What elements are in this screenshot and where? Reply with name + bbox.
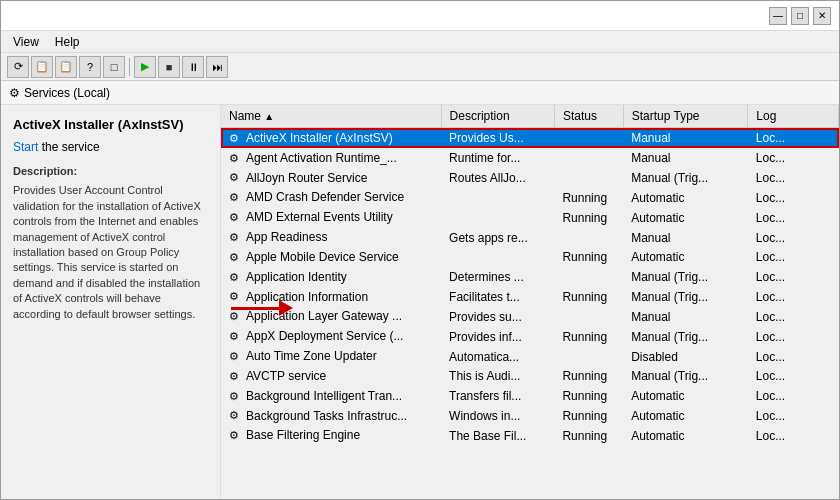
col-header-description[interactable]: Description bbox=[441, 105, 554, 128]
service-title: ActiveX Installer (AxInstSV) bbox=[13, 117, 208, 132]
service-status-cell bbox=[554, 128, 623, 148]
service-gear-icon: ⚙ bbox=[229, 350, 243, 364]
service-desc-cell: Provides Us... bbox=[441, 128, 554, 148]
service-logon-cell: Loc... bbox=[748, 128, 839, 148]
table-row[interactable]: ⚙Base Filtering EngineThe Base Fil...Run… bbox=[221, 426, 839, 446]
service-logon-cell: Loc... bbox=[748, 267, 839, 287]
service-gear-icon: ⚙ bbox=[229, 390, 243, 404]
service-gear-icon: ⚙ bbox=[229, 409, 243, 423]
col-header-startup[interactable]: Startup Type bbox=[623, 105, 748, 128]
toolbar-paste[interactable]: 📋 bbox=[55, 56, 77, 78]
service-status-cell: Running bbox=[554, 188, 623, 208]
table-row[interactable]: ⚙Application Layer Gateway ...Provides s… bbox=[221, 307, 839, 327]
toolbar-properties[interactable]: □ bbox=[103, 56, 125, 78]
service-startup-cell: Automatic bbox=[623, 426, 748, 446]
service-startup-cell: Manual (Trig... bbox=[623, 287, 748, 307]
service-name-cell: ⚙Background Tasks Infrastruc... bbox=[221, 406, 441, 426]
service-startup-cell: Manual bbox=[623, 128, 748, 148]
toolbar-refresh[interactable]: ⟳ bbox=[7, 56, 29, 78]
service-gear-icon: ⚙ bbox=[229, 152, 243, 166]
service-desc-cell: Runtime for... bbox=[441, 148, 554, 168]
main-window: — □ ✕ View Help ⟳ 📋 📋 ? □ ▶ ■ ⏸ ⏭ ⚙ Serv… bbox=[0, 0, 840, 500]
service-desc-cell bbox=[441, 247, 554, 267]
service-gear-icon: ⚙ bbox=[229, 191, 243, 205]
toolbar-pause[interactable]: ⏸ bbox=[182, 56, 204, 78]
toolbar-help[interactable]: ? bbox=[79, 56, 101, 78]
service-startup-cell: Automatic bbox=[623, 247, 748, 267]
service-startup-cell: Manual (Trig... bbox=[623, 327, 748, 347]
service-status-cell bbox=[554, 148, 623, 168]
service-name-cell: ⚙App Readiness bbox=[221, 228, 441, 248]
col-header-name[interactable]: Name ▲ bbox=[221, 105, 441, 128]
service-logon-cell: Loc... bbox=[748, 188, 839, 208]
description-heading: Description: bbox=[13, 164, 208, 179]
close-button[interactable]: ✕ bbox=[813, 7, 831, 25]
table-row[interactable]: ⚙Apple Mobile Device ServiceRunningAutom… bbox=[221, 247, 839, 267]
table-row[interactable]: ⚙Application InformationFacilitates t...… bbox=[221, 287, 839, 307]
service-status-cell bbox=[554, 307, 623, 327]
service-startup-cell: Disabled bbox=[623, 347, 748, 367]
service-status-cell: Running bbox=[554, 406, 623, 426]
service-status-cell: Running bbox=[554, 386, 623, 406]
menu-view[interactable]: View bbox=[5, 33, 47, 51]
col-header-logon[interactable]: Log bbox=[748, 105, 839, 128]
table-row[interactable]: ⚙Background Tasks Infrastruc...Windows i… bbox=[221, 406, 839, 426]
service-desc-cell: Facilitates t... bbox=[441, 287, 554, 307]
service-status-cell: Running bbox=[554, 366, 623, 386]
start-link[interactable]: Start bbox=[13, 140, 38, 154]
service-startup-cell: Automatic bbox=[623, 406, 748, 426]
services-icon: ⚙ bbox=[9, 86, 20, 100]
table-row[interactable]: ⚙AMD Crash Defender ServiceRunningAutoma… bbox=[221, 188, 839, 208]
service-logon-cell: Loc... bbox=[748, 208, 839, 228]
table-row[interactable]: ⚙AppX Deployment Service (...Provides in… bbox=[221, 327, 839, 347]
table-row[interactable]: ⚙Agent Activation Runtime_...Runtime for… bbox=[221, 148, 839, 168]
toolbar-restart[interactable]: ⏭ bbox=[206, 56, 228, 78]
service-gear-icon: ⚙ bbox=[229, 370, 243, 384]
menu-help[interactable]: Help bbox=[47, 33, 88, 51]
service-startup-cell: Automatic bbox=[623, 386, 748, 406]
service-name-cell: ⚙Background Intelligent Tran... bbox=[221, 386, 441, 406]
table-row[interactable]: ⚙Auto Time Zone UpdaterAutomatica...Disa… bbox=[221, 347, 839, 367]
service-logon-cell: Loc... bbox=[748, 426, 839, 446]
table-row[interactable]: ⚙ActiveX Installer (AxInstSV)Provides Us… bbox=[221, 128, 839, 148]
service-desc-cell: Gets apps re... bbox=[441, 228, 554, 248]
right-panel: Name ▲ Description Status Startup Type L… bbox=[221, 105, 839, 499]
minimize-button[interactable]: — bbox=[769, 7, 787, 25]
arrow-head bbox=[279, 300, 293, 316]
table-row[interactable]: ⚙App ReadinessGets apps re...ManualLoc..… bbox=[221, 228, 839, 248]
table-row[interactable]: ⚙AllJoyn Router ServiceRoutes AllJo...Ma… bbox=[221, 168, 839, 188]
service-logon-cell: Loc... bbox=[748, 347, 839, 367]
maximize-button[interactable]: □ bbox=[791, 7, 809, 25]
toolbar-stop[interactable]: ■ bbox=[158, 56, 180, 78]
service-logon-cell: Loc... bbox=[748, 406, 839, 426]
service-logon-cell: Loc... bbox=[748, 228, 839, 248]
toolbar-start[interactable]: ▶ bbox=[134, 56, 156, 78]
service-status-cell: Running bbox=[554, 426, 623, 446]
service-gear-icon: ⚙ bbox=[229, 211, 243, 225]
service-logon-cell: Loc... bbox=[748, 148, 839, 168]
service-name-cell: ⚙Agent Activation Runtime_... bbox=[221, 148, 441, 168]
service-desc-cell: Windows in... bbox=[441, 406, 554, 426]
table-row[interactable]: ⚙Background Intelligent Tran...Transfers… bbox=[221, 386, 839, 406]
table-row[interactable]: ⚙Application IdentityDetermines ...Manua… bbox=[221, 267, 839, 287]
service-logon-cell: Loc... bbox=[748, 287, 839, 307]
service-startup-cell: Manual bbox=[623, 228, 748, 248]
col-header-status[interactable]: Status bbox=[554, 105, 623, 128]
service-logon-cell: Loc... bbox=[748, 307, 839, 327]
service-desc-cell bbox=[441, 208, 554, 228]
service-logon-cell: Loc... bbox=[748, 386, 839, 406]
service-logon-cell: Loc... bbox=[748, 168, 839, 188]
table-container[interactable]: Name ▲ Description Status Startup Type L… bbox=[221, 105, 839, 499]
service-status-cell bbox=[554, 168, 623, 188]
table-row[interactable]: ⚙AMD External Events UtilityRunningAutom… bbox=[221, 208, 839, 228]
main-area: ActiveX Installer (AxInstSV) Start the s… bbox=[1, 105, 839, 499]
left-panel: ActiveX Installer (AxInstSV) Start the s… bbox=[1, 105, 221, 499]
table-header: Name ▲ Description Status Startup Type L… bbox=[221, 105, 839, 128]
services-content: Name ▲ Description Status Startup Type L… bbox=[221, 105, 839, 499]
table-body: ⚙ActiveX Installer (AxInstSV)Provides Us… bbox=[221, 128, 839, 446]
table-row[interactable]: ⚙AVCTP serviceThis is Audi...RunningManu… bbox=[221, 366, 839, 386]
breadcrumb-label: Services (Local) bbox=[24, 86, 110, 100]
service-gear-icon: ⚙ bbox=[229, 330, 243, 344]
toolbar-copy[interactable]: 📋 bbox=[31, 56, 53, 78]
service-name-cell: ⚙AMD External Events Utility bbox=[221, 208, 441, 228]
